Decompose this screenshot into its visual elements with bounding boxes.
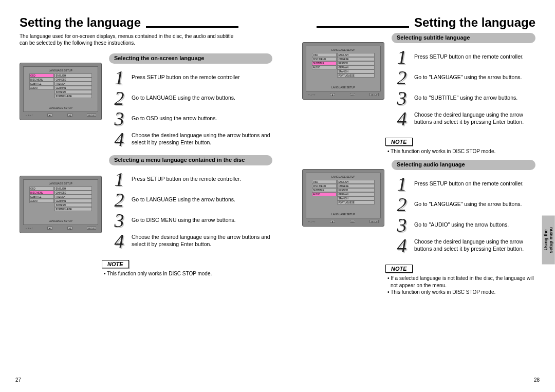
section-disc-menu: LANGUAGE SETUP OSD DISC MENU SUBTITLE AU…	[20, 155, 272, 252]
tv-illustration: LANGUAGE SETUP OSD DISC MENU SUBTITLE AU…	[302, 160, 388, 256]
note-list: This function only works in DISC STOP mo…	[385, 148, 535, 155]
title-rule	[317, 26, 409, 28]
step-number: 2	[392, 68, 412, 87]
title-rule	[146, 26, 238, 28]
note-list: This function only works in DISC STOP mo…	[102, 270, 272, 277]
tv-illustration: LANGUAGE SETUP OSD DISC MENU SUBTITLE AU…	[302, 33, 388, 129]
step-number: 1	[109, 68, 130, 87]
tv-controls-icon: ←↓→↑ ■ ▸‖ SETUP	[306, 91, 381, 96]
step-number: 1	[392, 47, 412, 67]
subheader-osd: Selecting the on-screen language	[109, 53, 272, 64]
page-number-right: 28	[534, 377, 540, 383]
tv-controls-icon: ←↓→↑ ■ ▸‖ SETUP	[306, 218, 381, 223]
side-tab: Using the setup menu	[542, 216, 555, 265]
title-text: Setting the language	[414, 15, 535, 30]
step-number: 4	[392, 109, 412, 128]
step-number: 3	[109, 211, 130, 230]
step-number: 4	[392, 236, 412, 255]
tv-controls-icon: ←↓→↑ ■ ▸‖ SETUP	[23, 112, 98, 117]
page-title-left: Setting the language	[20, 15, 272, 30]
subheader-audio: Selecting audio language	[392, 160, 535, 170]
tv-illustration: LANGUAGE SETUP OSD DISC MENU SUBTITLE AU…	[20, 53, 106, 150]
tv-illustration: LANGUAGE SETUP OSD DISC MENU SUBTITLE AU…	[20, 155, 106, 252]
note-label: NOTE	[385, 265, 413, 273]
step-number: 4	[109, 129, 130, 149]
section-subtitle: LANGUAGE SETUP OSD DISC MENU SUBTITLE AU…	[302, 33, 535, 129]
page-left: Setting the language The language used f…	[14, 15, 278, 382]
step-number: 3	[392, 88, 412, 108]
note-label: NOTE	[385, 138, 413, 146]
step-number: 3	[109, 109, 130, 128]
step-number: 3	[392, 215, 412, 235]
step-number: 1	[392, 174, 412, 194]
tv-controls-icon: ←↓→↑ ■ ▸‖ SETUP	[23, 225, 98, 230]
step-number: 2	[109, 88, 130, 108]
title-text: Setting the language	[20, 15, 141, 30]
intro-text: The language used for on-screen displays…	[20, 33, 235, 46]
step-number: 1	[109, 170, 130, 189]
step-number: 2	[109, 190, 130, 210]
page-right: Setting the language LANGUAGE SETUP OSD …	[278, 15, 541, 382]
step-number: 4	[109, 231, 130, 251]
section-osd: LANGUAGE SETUP OSD DISC MENU SUBTITLE AU…	[20, 53, 272, 150]
page-number-left: 27	[15, 377, 21, 383]
note-label: NOTE	[102, 260, 129, 268]
subheader-disc-menu: Selecting a menu language contained in t…	[109, 155, 272, 165]
section-audio: LANGUAGE SETUP OSD DISC MENU SUBTITLE AU…	[302, 160, 535, 256]
page-title-right: Setting the language	[283, 15, 535, 30]
subheader-subtitle: Selecting subtitle language	[392, 33, 535, 43]
step-number: 2	[392, 195, 412, 214]
note-list: If a selected language is not listed in …	[385, 275, 535, 296]
